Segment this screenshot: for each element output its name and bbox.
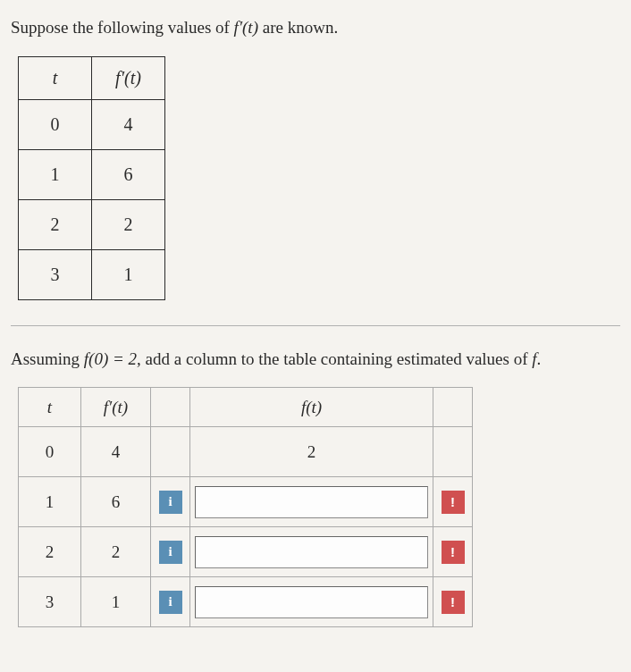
intro-text-2: Assuming f(0) = 2, add a column to the t… — [11, 348, 620, 372]
cell-t: 1 — [19, 477, 81, 527]
lower-section: Assuming f(0) = 2, add a column to the t… — [11, 346, 620, 628]
answer-input-3[interactable] — [195, 586, 427, 618]
table2-head-fp: f′(t) — [81, 388, 151, 427]
cell-warn: ! — [433, 527, 473, 577]
cell-input — [190, 477, 433, 527]
table2-head-warn-spacer — [433, 388, 473, 427]
table-row: 0 4 2 — [19, 427, 473, 477]
table2-head-ft: f(t) — [190, 388, 433, 427]
cell-fp: 1 — [81, 577, 151, 627]
given-values-table: t f′(t) 0 4 1 6 2 2 3 1 — [18, 56, 165, 300]
table-row: 3 1 i ! — [19, 577, 473, 627]
cell-t: 3 — [19, 577, 81, 627]
cell-t: 0 — [19, 427, 81, 477]
table1-head-t: t — [19, 56, 92, 99]
table-row: 1 6 i ! — [19, 477, 473, 527]
intro-post: are known. — [258, 18, 338, 37]
cell-info: i — [151, 577, 190, 627]
table-row: 2 2 i ! — [19, 527, 473, 577]
table-row: 2 2 — [19, 199, 165, 249]
answer-table: t f′(t) f(t) 0 4 2 1 6 i ! — [18, 387, 473, 627]
cell-fp: 4 — [81, 427, 151, 477]
info-icon[interactable]: i — [159, 591, 182, 614]
info-icon[interactable]: i — [159, 491, 182, 514]
answer-input-1[interactable] — [195, 486, 427, 518]
table1-head-fp: f′(t) — [92, 56, 165, 99]
cell-fp: 2 — [92, 199, 165, 249]
intro2-pre: Assuming — [11, 349, 84, 368]
table-row: 3 1 — [19, 249, 165, 299]
cell-warn: ! — [433, 577, 473, 627]
cell-ft-given: 2 — [190, 427, 433, 477]
cell-warn: ! — [433, 477, 473, 527]
intro-func: f′(t) — [234, 18, 258, 37]
cell-input — [190, 577, 433, 627]
intro2-post1: , add a column to the table containing e… — [137, 349, 532, 368]
cell-fp: 6 — [81, 477, 151, 527]
cell-input — [190, 527, 433, 577]
warning-icon[interactable]: ! — [442, 541, 465, 564]
intro2-post2: . — [537, 349, 542, 368]
table2-head-info-spacer — [151, 388, 190, 427]
cell-fp: 6 — [92, 149, 165, 199]
cell-fp: 4 — [92, 99, 165, 149]
info-icon[interactable]: i — [159, 541, 182, 564]
intro-text-1: Suppose the following values of f′(t) ar… — [11, 16, 620, 40]
cell-fp: 1 — [92, 249, 165, 299]
cell-info: i — [151, 477, 190, 527]
cell-warn-empty — [433, 427, 473, 477]
cell-t: 2 — [19, 527, 81, 577]
cell-t: 3 — [19, 249, 92, 299]
table-row: 0 4 — [19, 99, 165, 149]
warning-icon[interactable]: ! — [442, 491, 465, 514]
intro2-cond: f(0) = 2 — [84, 349, 137, 368]
cell-t: 2 — [19, 199, 92, 249]
answer-input-2[interactable] — [195, 536, 427, 568]
cell-info: i — [151, 527, 190, 577]
cell-t: 1 — [19, 149, 92, 199]
cell-t: 0 — [19, 99, 92, 149]
cell-fp: 2 — [81, 527, 151, 577]
warning-icon[interactable]: ! — [442, 591, 465, 614]
upper-section: Suppose the following values of f′(t) ar… — [11, 16, 620, 326]
table2-head-t: t — [19, 388, 81, 427]
table-row: 1 6 — [19, 149, 165, 199]
intro-pre: Suppose the following values of — [11, 18, 234, 37]
cell-info-empty — [151, 427, 190, 477]
